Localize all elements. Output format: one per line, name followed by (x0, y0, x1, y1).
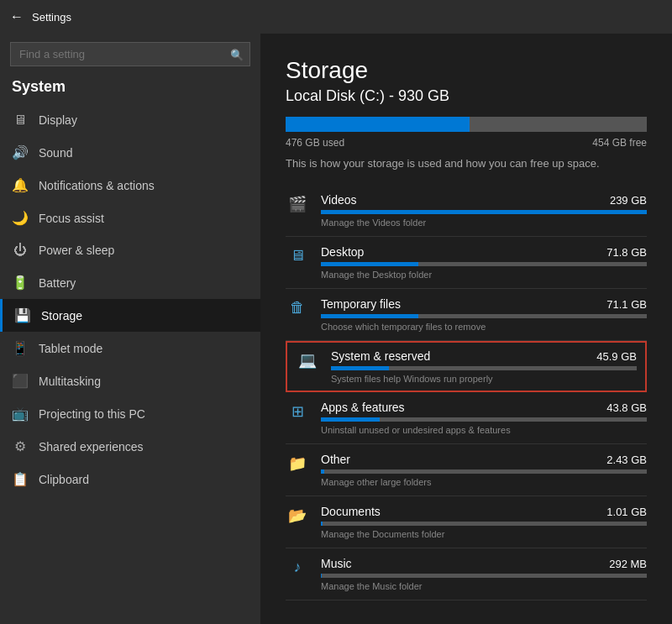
search-icon: 🔍 (230, 48, 244, 60)
projecting-icon: 📺 (12, 406, 29, 422)
sidebar-label-display: Display (39, 113, 77, 127)
system-header: System & reserved 45.9 GB (331, 349, 637, 363)
system-bar (331, 366, 389, 370)
page-title: Storage (286, 57, 647, 84)
storage-item-desktop[interactable]: 🖥 Desktop 71.8 GB Manage the Desktop fol… (286, 237, 647, 289)
tablet-icon: 📱 (12, 340, 29, 356)
sidebar: 🔍 System 🖥 Display 🔊 Sound 🔔 Notificatio… (0, 34, 260, 624)
videos-info: Videos 239 GB Manage the Videos folder (321, 193, 647, 228)
temp-size: 71.1 GB (606, 298, 647, 311)
videos-header: Videos 239 GB (321, 193, 647, 207)
videos-icon: 🎬 (286, 195, 309, 213)
documents-header: Documents 1.01 GB (321, 505, 647, 518)
search-input[interactable] (10, 42, 250, 66)
apps-name: Apps & features (321, 401, 405, 414)
system-bar-bg (331, 366, 637, 370)
temp-desc: Choose which temporary files to remove (321, 322, 647, 332)
back-button[interactable]: ← (10, 9, 24, 24)
desktop-bar-bg (321, 262, 647, 266)
desktop-size: 71.8 GB (606, 246, 647, 259)
music-info: Music 292 MB Manage the Music folder (321, 557, 647, 591)
apps-icon: ⊞ (286, 402, 309, 421)
videos-name: Videos (321, 193, 357, 207)
system-desc: System files help Windows run properly (331, 374, 637, 384)
sidebar-label-sound: Sound (39, 146, 72, 160)
sidebar-label-projecting: Projecting to this PC (39, 407, 145, 421)
sidebar-item-tablet[interactable]: 📱 Tablet mode (0, 332, 260, 364)
documents-bar (321, 522, 323, 526)
sidebar-item-multitasking[interactable]: ⬛ Multitasking (0, 364, 260, 397)
sidebar-item-battery[interactable]: 🔋 Battery (0, 266, 260, 299)
free-label: 454 GB free (592, 137, 647, 149)
temp-header: Temporary files 71.1 GB (321, 297, 647, 311)
sidebar-label-tablet: Tablet mode (39, 342, 102, 355)
sidebar-item-focus[interactable]: 🌙 Focus assist (0, 202, 260, 234)
temp-name: Temporary files (321, 297, 401, 311)
documents-desc: Manage the Documents folder (321, 529, 647, 539)
notifications-icon: 🔔 (12, 177, 29, 193)
temp-bar-bg (321, 314, 647, 318)
sidebar-label-storage: Storage (41, 309, 82, 322)
sidebar-item-notifications[interactable]: 🔔 Notifications & actions (0, 169, 260, 202)
other-info: Other 2.43 GB Manage other large folders (321, 453, 647, 487)
music-header: Music 292 MB (321, 557, 647, 570)
storage-item-music[interactable]: ♪ Music 292 MB Manage the Music folder (286, 548, 647, 600)
sidebar-label-multitasking: Multitasking (39, 375, 101, 388)
temp-info: Temporary files 71.1 GB Choose which tem… (321, 297, 647, 332)
storage-item-system[interactable]: 💻 System & reserved 45.9 GB System files… (286, 341, 647, 392)
sidebar-label-shared: Shared experiences (39, 440, 144, 454)
temp-bar (321, 314, 418, 318)
documents-bar-bg (321, 522, 647, 526)
other-bar-bg (321, 469, 647, 474)
sidebar-label-power: Power & sleep (39, 244, 114, 257)
system-label: System (0, 73, 260, 104)
shared-icon: ⚙ (12, 438, 29, 454)
other-bar (321, 469, 324, 474)
clipboard-icon: 📋 (12, 471, 29, 487)
apps-bar-bg (321, 417, 647, 422)
music-name: Music (321, 557, 352, 570)
main-storage-bar-fill (286, 117, 470, 132)
desktop-info: Desktop 71.8 GB Manage the Desktop folde… (321, 245, 647, 280)
sidebar-item-power[interactable]: ⏻ Power & sleep (0, 234, 260, 266)
disk-subtitle: Local Disk (C:) - 930 GB (286, 87, 647, 105)
documents-name: Documents (321, 505, 381, 518)
apps-header: Apps & features 43.8 GB (321, 401, 647, 414)
apps-bar (321, 417, 380, 422)
sidebar-item-sound[interactable]: 🔊 Sound (0, 136, 260, 169)
storage-icon: 💾 (14, 307, 31, 323)
storage-item-apps[interactable]: ⊞ Apps & features 43.8 GB Uninstall unus… (286, 392, 647, 444)
system-name: System & reserved (331, 349, 430, 363)
documents-size: 1.01 GB (606, 506, 647, 518)
temp-icon: 🗑 (286, 299, 309, 317)
desktop-bar (321, 262, 418, 266)
other-icon: 📁 (286, 454, 309, 473)
sidebar-item-display[interactable]: 🖥 Display (0, 104, 260, 136)
sidebar-item-projecting[interactable]: 📺 Projecting to this PC (0, 397, 260, 430)
sidebar-item-clipboard[interactable]: 📋 Clipboard (0, 463, 260, 496)
battery-icon: 🔋 (12, 275, 29, 291)
system-size: 45.9 GB (596, 350, 637, 363)
sidebar-item-storage[interactable]: 💾 Storage (0, 299, 260, 332)
sidebar-label-clipboard: Clipboard (39, 473, 89, 486)
other-size: 2.43 GB (606, 454, 647, 466)
apps-desc: Uninstall unused or undesired apps & fea… (321, 425, 647, 435)
storage-bar-labels: 476 GB used 454 GB free (286, 137, 647, 149)
storage-item-temp[interactable]: 🗑 Temporary files 71.1 GB Choose which t… (286, 289, 647, 341)
storage-item-videos[interactable]: 🎬 Videos 239 GB Manage the Videos folder (286, 185, 647, 237)
main-layout: 🔍 System 🖥 Display 🔊 Sound 🔔 Notificatio… (0, 34, 672, 624)
search-container: 🔍 (10, 42, 250, 66)
sidebar-items: 🖥 Display 🔊 Sound 🔔 Notifications & acti… (0, 104, 260, 496)
storage-item-documents[interactable]: 📂 Documents 1.01 GB Manage the Documents… (286, 496, 647, 548)
storage-item-other[interactable]: 📁 Other 2.43 GB Manage other large folde… (286, 444, 647, 496)
sidebar-label-battery: Battery (39, 276, 76, 290)
music-bar-bg (321, 574, 647, 578)
sidebar-item-shared[interactable]: ⚙ Shared experiences (0, 430, 260, 463)
videos-desc: Manage the Videos folder (321, 218, 647, 228)
title-bar: ← Settings (0, 0, 672, 34)
title-bar-title: Settings (32, 11, 71, 24)
desktop-name: Desktop (321, 245, 364, 259)
music-size: 292 MB (609, 558, 647, 570)
apps-info: Apps & features 43.8 GB Uninstall unused… (321, 401, 647, 435)
storage-description: This is how your storage is used and how… (286, 157, 647, 170)
